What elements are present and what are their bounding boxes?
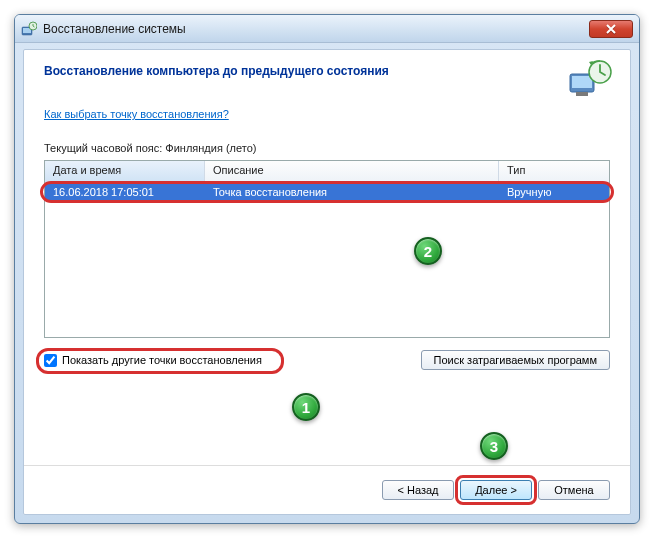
separator bbox=[24, 465, 630, 466]
dialog-window: Восстановление системы Восстановление ко… bbox=[14, 14, 640, 524]
timezone-label: Текущий часовой пояс: Финляндия (лето) bbox=[44, 142, 610, 154]
cancel-button[interactable]: Отмена bbox=[538, 480, 610, 500]
table-header: Дата и время Описание Тип bbox=[45, 161, 609, 183]
close-icon bbox=[606, 24, 616, 34]
cell-datetime: 16.06.2018 17:05:01 bbox=[45, 185, 205, 199]
help-link[interactable]: Как выбрать точку восстановления? bbox=[44, 108, 229, 120]
next-button[interactable]: Далее > bbox=[460, 480, 532, 500]
dialog-content: Восстановление компьютера до предыдущего… bbox=[23, 49, 631, 515]
col-datetime[interactable]: Дата и время bbox=[45, 161, 205, 182]
cell-type: Вручную bbox=[499, 185, 609, 199]
close-button[interactable] bbox=[589, 20, 633, 38]
show-other-label: Показать другие точки восстановления bbox=[62, 354, 262, 366]
system-restore-icon bbox=[21, 21, 37, 37]
svg-rect-4 bbox=[572, 76, 592, 88]
titlebar[interactable]: Восстановление системы bbox=[15, 15, 639, 43]
scan-affected-button[interactable]: Поиск затрагиваемых программ bbox=[421, 350, 610, 370]
svg-rect-5 bbox=[576, 92, 588, 96]
window-title: Восстановление системы bbox=[43, 22, 589, 36]
cell-description: Точка восстановления bbox=[205, 185, 499, 199]
back-button[interactable]: < Назад bbox=[382, 480, 454, 500]
show-other-checkbox-wrap[interactable]: Показать другие точки восстановления bbox=[44, 354, 262, 367]
restore-large-icon bbox=[568, 60, 612, 98]
restore-points-table[interactable]: Дата и время Описание Тип 16.06.2018 17:… bbox=[44, 160, 610, 338]
bottom-controls: Показать другие точки восстановления Пои… bbox=[44, 350, 610, 370]
col-type[interactable]: Тип bbox=[499, 161, 609, 182]
wizard-buttons: < Назад Далее > Отмена bbox=[382, 480, 610, 500]
show-other-checkbox[interactable] bbox=[44, 354, 57, 367]
col-description[interactable]: Описание bbox=[205, 161, 499, 182]
table-row[interactable]: 16.06.2018 17:05:01 Точка восстановления… bbox=[45, 183, 609, 201]
page-heading: Восстановление компьютера до предыдущего… bbox=[44, 64, 610, 78]
